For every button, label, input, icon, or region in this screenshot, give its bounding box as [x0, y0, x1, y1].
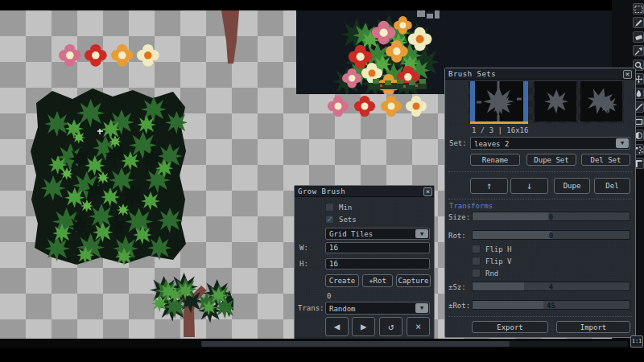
- zoom-reset-button[interactable]: 1:1: [630, 335, 643, 348]
- rot-slider[interactable]: 0: [472, 230, 630, 240]
- flower-row-1-art: [53, 43, 174, 72]
- bush-art: [28, 87, 187, 265]
- next-button[interactable]: ▶: [352, 317, 375, 336]
- check-icon: ✓: [327, 214, 332, 224]
- del-button[interactable]: Del: [594, 178, 630, 194]
- height-field[interactable]: 16: [325, 258, 430, 269]
- prev-button[interactable]: ◀: [325, 317, 349, 336]
- eyedropper-icon[interactable]: [633, 45, 644, 56]
- del-set-button[interactable]: Del Set: [581, 154, 630, 166]
- create-button[interactable]: Create: [325, 274, 359, 287]
- size-value: 0: [473, 213, 630, 221]
- flip-v-label: Flip V: [485, 257, 512, 265]
- brush-sets-title: Brush Sets: [448, 70, 496, 78]
- min-checkbox[interactable]: [325, 203, 334, 212]
- rnd-label: Rnd: [485, 269, 498, 278]
- import-button[interactable]: Import: [556, 321, 630, 333]
- count-value: 0: [327, 292, 331, 300]
- rnd-checkbox[interactable]: [472, 269, 481, 278]
- divider: [448, 199, 632, 200]
- delta-size-value: 4: [473, 283, 630, 291]
- export-button[interactable]: Export: [472, 321, 548, 333]
- tree-art: [143, 269, 233, 339]
- cancel-button[interactable]: ×: [407, 317, 430, 336]
- status-bar: [0, 339, 644, 348]
- chevron-down-icon[interactable]: ▼: [415, 229, 428, 238]
- reset-button[interactable]: ↺: [379, 317, 402, 336]
- delta-rot-label: ±Rot:: [448, 302, 470, 310]
- flower-row-2-art: [322, 94, 439, 121]
- brush-sets-close-icon[interactable]: ×: [623, 70, 632, 79]
- selected-thumbnail-underline: [470, 121, 528, 124]
- brush-thumbnail[interactable]: [580, 81, 622, 121]
- horizontal-scrollbar[interactable]: [201, 341, 628, 347]
- move-down-button[interactable]: ↓: [510, 178, 548, 194]
- height-value: 16: [329, 260, 338, 268]
- brush-thumbnail[interactable]: [535, 81, 576, 121]
- width-field[interactable]: 16: [325, 242, 430, 253]
- flip-v-checkbox[interactable]: [472, 257, 481, 265]
- height-label: H:: [299, 260, 308, 268]
- sets-label: Sets: [339, 216, 357, 224]
- flip-h-label: Flip H: [485, 245, 512, 253]
- dupe-button[interactable]: Dupe: [554, 178, 590, 194]
- dupe-set-button[interactable]: Dupe Set: [526, 154, 576, 166]
- capture-button[interactable]: Capture: [396, 274, 431, 287]
- delta-rot-slider[interactable]: 45: [472, 300, 630, 310]
- grow-brush-title: Grow Brush: [298, 187, 345, 195]
- brush-thumbnail-row: [469, 81, 624, 123]
- move-up-button[interactable]: ↑: [470, 178, 508, 194]
- plus-rot-button[interactable]: +Rot: [362, 274, 393, 287]
- grow-brush-titlebar[interactable]: Grow Brush: [295, 186, 434, 197]
- delta-size-label: ±Sz:: [448, 283, 466, 291]
- eraser-icon[interactable]: [633, 31, 644, 43]
- mode-dropdown[interactable]: Grid Tiles ▼: [325, 228, 430, 240]
- rename-button[interactable]: Rename: [470, 154, 520, 166]
- chevron-down-icon[interactable]: ▼: [616, 138, 629, 148]
- set-value: leaves 2: [474, 138, 509, 149]
- rect-select-icon[interactable]: [633, 3, 644, 14]
- divider: [448, 171, 632, 172]
- sets-checkbox[interactable]: ✓: [325, 215, 334, 224]
- brush-counter: 1 / 3 | 16x16: [472, 126, 528, 134]
- trans-value: Random: [329, 303, 356, 314]
- min-label: Min: [339, 204, 352, 212]
- delta-rot-value: 45: [473, 302, 630, 310]
- pencil-icon[interactable]: [633, 17, 644, 28]
- size-label: Size:: [448, 213, 470, 221]
- tree-trunk-top-art: [221, 10, 240, 67]
- grow-brush-close-icon[interactable]: ×: [423, 187, 432, 196]
- set-label: Set:: [449, 139, 467, 147]
- trans-dropdown[interactable]: Random ▼: [325, 302, 430, 315]
- brush-sets-titlebar[interactable]: Brush Sets: [445, 68, 635, 80]
- size-slider[interactable]: 0: [472, 212, 630, 221]
- set-dropdown[interactable]: leaves 2 ▼: [470, 137, 630, 150]
- transforms-section-title: Transforms: [449, 202, 493, 210]
- rot-value: 0: [473, 232, 630, 240]
- app-window: Grow Brush × Min ✓ Sets Grid Tiles ▼ W: …: [0, 0, 644, 362]
- brush-cursor: [97, 129, 103, 134]
- width-value: 16: [329, 244, 338, 252]
- rot-label: Rot:: [448, 232, 466, 240]
- brush-sets-dialog: Brush Sets × 1 / 3 | 16x16 Set: leaves 2…: [444, 68, 636, 338]
- brush-thumbnail-selected[interactable]: [470, 81, 528, 121]
- divider: [448, 316, 632, 317]
- flip-h-checkbox[interactable]: [472, 245, 481, 253]
- mode-value: Grid Tiles: [329, 229, 373, 239]
- horizontal-scrollbar-thumb[interactable]: [201, 341, 510, 347]
- grow-brush-dialog: Grow Brush × Min ✓ Sets Grid Tiles ▼ W: …: [294, 185, 435, 339]
- delta-size-slider[interactable]: 4: [472, 282, 630, 291]
- width-label: W:: [299, 244, 308, 252]
- trans-label: Trans:: [298, 304, 324, 312]
- chevron-down-icon[interactable]: ▼: [415, 303, 428, 313]
